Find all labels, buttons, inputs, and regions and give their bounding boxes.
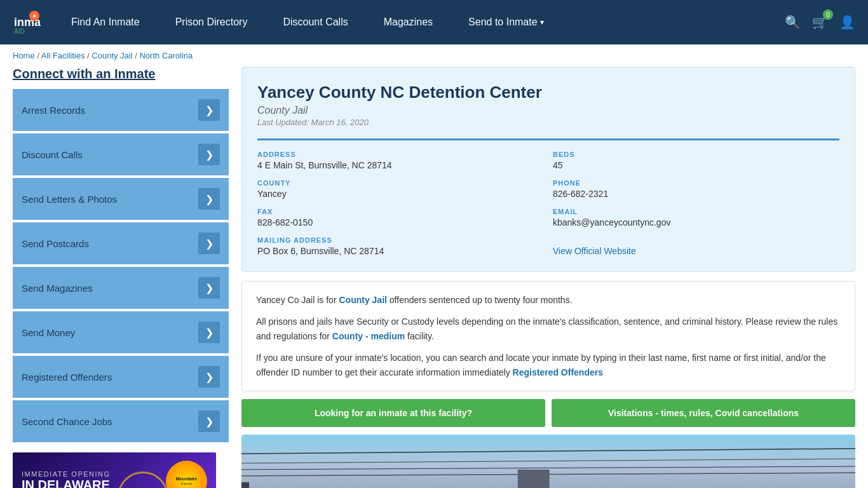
sidebar-item-second-chance-jobs[interactable]: Second Chance Jobs ❯ — [13, 400, 229, 442]
cart-count: 0 — [823, 10, 833, 20]
sidebar-item-arrest-records[interactable]: Arrest Records ❯ — [13, 89, 229, 131]
address-label: ADDRESS — [257, 151, 544, 158]
beds-label: BEDS — [553, 151, 839, 158]
arrow-icon: ❯ — [198, 233, 220, 254]
website-link[interactable]: View Official Website — [553, 246, 636, 256]
phone-group: PHONE 826-682-2321 — [553, 179, 839, 199]
phone-value: 826-682-2321 — [553, 189, 839, 199]
header-actions: 🔍 🛒 0 👤 — [785, 15, 855, 30]
facility-photo — [241, 435, 855, 488]
mailing-value: PO Box 6, Burnsville, NC 28714 — [257, 246, 544, 256]
description-para1: Yancey Co Jail is for County Jail offend… — [256, 293, 841, 307]
action-buttons: Looking for an inmate at this facility? … — [241, 399, 855, 427]
dropdown-arrow-icon: ▾ — [540, 18, 544, 27]
svg-text:✦: ✦ — [32, 13, 37, 20]
facility-title: Yancey County NC Detention Center — [257, 83, 839, 102]
breadcrumb-north-carolina[interactable]: North Carolina — [139, 51, 193, 60]
fax-label: FAX — [257, 208, 544, 215]
svg-line-6 — [241, 459, 855, 463]
breadcrumb-all-facilities[interactable]: All Facilities — [41, 51, 85, 60]
description-para3: If you are unsure of your inmate's locat… — [256, 351, 841, 379]
county-medium-link[interactable]: County - medium — [332, 331, 405, 341]
email-label: EMAIL — [553, 208, 839, 215]
arrow-icon: ❯ — [198, 188, 220, 210]
phone-label: PHONE — [553, 179, 839, 187]
facility-info-grid: ADDRESS 4 E Main St, Burnsville, NC 2871… — [257, 139, 839, 256]
logo-icon: inmate AID ✦ — [13, 8, 41, 36]
website-group: View Official Website — [553, 236, 839, 256]
sidebar-item-registered-offenders[interactable]: Registered Offenders ❯ — [13, 356, 229, 398]
nav-magazines[interactable]: Magazines — [366, 0, 451, 44]
svg-line-5 — [241, 449, 855, 454]
facility-card: Yancey County NC Detention Center County… — [241, 67, 855, 272]
facility-last-updated: Last Updated: March 16, 2020 — [257, 118, 839, 127]
sidebar-item-send-letters[interactable]: Send Letters & Photos ❯ — [13, 178, 229, 220]
sidebar-title: Connect with an Inmate — [13, 67, 229, 81]
main-content: Yancey County NC Detention Center County… — [241, 67, 855, 488]
svg-text:AID: AID — [14, 28, 25, 35]
arrow-icon: ❯ — [198, 277, 220, 299]
description-para2: All prisons and jails have Security or C… — [256, 315, 841, 343]
sidebar-item-send-postcards[interactable]: Send Postcards ❯ — [13, 222, 229, 264]
user-icon[interactable]: 👤 — [839, 15, 855, 30]
arrow-icon: ❯ — [198, 322, 220, 343]
breadcrumb-county-jail[interactable]: County Jail — [92, 51, 132, 60]
address-group: ADDRESS 4 E Main St, Burnsville, NC 2871… — [257, 151, 544, 170]
fax-value: 828-682-0150 — [257, 217, 544, 227]
svg-line-7 — [241, 466, 855, 470]
mailing-group: MAILING ADDRESS PO Box 6, Burnsville, NC… — [257, 236, 544, 256]
county-label: COUNTY — [257, 179, 544, 187]
ad-arc-decoration — [118, 471, 168, 488]
nav-find-inmate[interactable]: Find An Inmate — [53, 0, 158, 44]
sidebar-item-send-money[interactable]: Send Money ❯ — [13, 311, 229, 353]
mailing-label: MAILING ADDRESS — [257, 236, 544, 244]
sidebar-item-discount-calls[interactable]: Discount Calls ❯ — [13, 133, 229, 175]
find-inmate-button[interactable]: Looking for an inmate at this facility? — [241, 399, 545, 427]
main-nav: Find An Inmate Prison Directory Discount… — [53, 0, 778, 44]
logo[interactable]: inmate AID ✦ — [13, 8, 41, 36]
svg-rect-12 — [241, 482, 249, 488]
fax-group: FAX 828-682-0150 — [257, 208, 544, 227]
header: inmate AID ✦ Find An Inmate Prison Direc… — [0, 0, 868, 44]
facility-type: County Jail — [257, 105, 839, 116]
arrow-icon: ❯ — [198, 144, 220, 165]
county-jail-link[interactable]: County Jail — [339, 295, 386, 305]
beds-value: 45 — [553, 160, 839, 170]
sidebar: Connect with an Inmate Arrest Records ❯ … — [13, 67, 229, 488]
registered-offenders-link[interactable]: Registered Offenders — [513, 367, 603, 377]
nav-discount-calls[interactable]: Discount Calls — [265, 0, 365, 44]
county-group: COUNTY Yancey — [257, 179, 544, 199]
search-icon[interactable]: 🔍 — [785, 15, 801, 30]
svg-rect-9 — [518, 470, 550, 488]
cart-icon[interactable]: 🛒 0 — [812, 15, 828, 30]
nav-send-to-inmate[interactable]: Send to Inmate ▾ — [451, 0, 562, 44]
nav-prison-directory[interactable]: Prison Directory — [158, 0, 266, 44]
arrow-icon: ❯ — [198, 366, 220, 388]
breadcrumb: Home / All Facilities / County Jail / No… — [0, 44, 868, 67]
email-value: kbanks@yanceycountync.gov — [553, 217, 839, 227]
email-group: EMAIL kbanks@yanceycountync.gov — [553, 208, 839, 227]
wires-graphic — [241, 435, 855, 488]
ad-banner[interactable]: IMMEDIATE OPENING IN DELAWARE Mountaire … — [13, 452, 216, 488]
description-section: Yancey Co Jail is for County Jail offend… — [241, 281, 855, 391]
address-value: 4 E Main St, Burnsville, NC 28714 — [257, 160, 544, 170]
arrow-icon: ❯ — [198, 410, 220, 432]
county-value: Yancey — [257, 189, 544, 199]
arrow-icon: ❯ — [198, 99, 220, 121]
beds-group: BEDS 45 — [553, 151, 839, 170]
visitations-button[interactable]: Visitations - times, rules, Covid cancel… — [552, 399, 855, 427]
breadcrumb-home[interactable]: Home — [13, 51, 35, 60]
ad-text: IMMEDIATE OPENING IN DELAWARE — [22, 470, 111, 489]
sidebar-item-send-magazines[interactable]: Send Magazines ❯ — [13, 267, 229, 309]
ad-logo: Mountaire Farms — [166, 461, 207, 489]
